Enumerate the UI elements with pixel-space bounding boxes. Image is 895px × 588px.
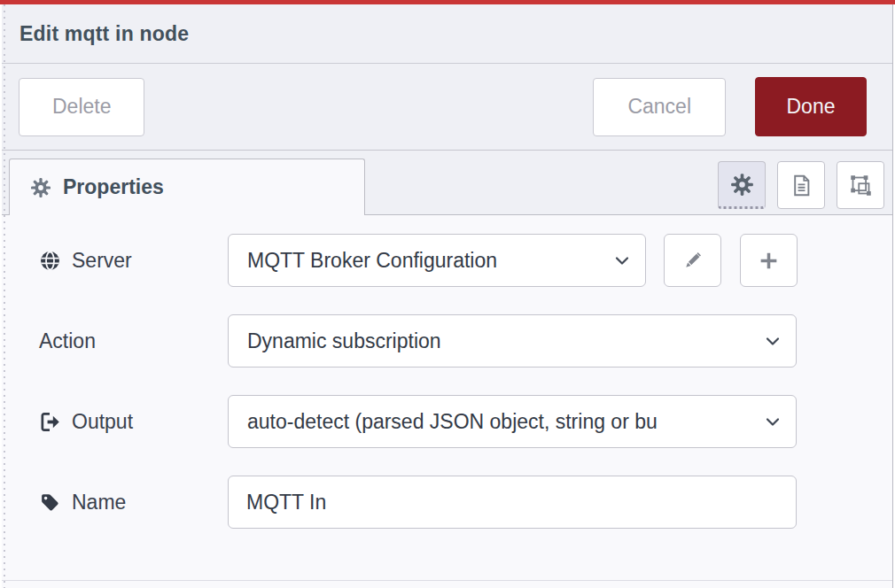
chevron-down-icon <box>762 330 783 352</box>
tray-resize-handle[interactable] <box>2 4 6 588</box>
document-icon <box>790 174 813 197</box>
done-button[interactable]: Done <box>755 77 867 136</box>
footer-divider <box>2 580 892 581</box>
gear-icon <box>30 177 51 198</box>
tab-action-buttons <box>718 161 884 209</box>
appearance-icon <box>849 174 873 197</box>
sign-out-icon <box>39 411 61 433</box>
chevron-down-icon <box>611 250 633 271</box>
output-select[interactable]: auto-detect (parsed JSON object, string … <box>228 395 797 448</box>
edit-mqtt-in-node-dialog: Edit mqtt in node Delete Cancel Done <box>2 4 893 588</box>
output-row: Output auto-detect (parsed JSON object, … <box>39 395 892 448</box>
action-select[interactable]: Dynamic subscription <box>228 314 797 368</box>
dialog-header: Edit mqtt in node <box>2 4 892 64</box>
edit-server-config-button[interactable] <box>664 234 721 287</box>
tab-properties[interactable]: Properties <box>9 159 365 215</box>
tab-properties-label: Properties <box>63 175 164 199</box>
appearance-tab-button[interactable] <box>837 161 884 209</box>
properties-settings-tab-button[interactable] <box>718 161 766 209</box>
top-accent-bar <box>0 0 895 4</box>
tag-icon <box>39 491 61 514</box>
output-label: Output <box>39 410 228 434</box>
globe-icon <box>39 250 61 272</box>
description-tab-button[interactable] <box>777 161 825 209</box>
delete-button[interactable]: Delete <box>19 78 144 136</box>
chevron-down-icon <box>762 411 783 432</box>
plus-icon <box>758 250 780 272</box>
page-title: Edit mqtt in node <box>19 22 189 46</box>
add-server-config-button[interactable] <box>740 234 798 287</box>
server-label: Server <box>39 249 228 273</box>
properties-form: Server MQTT Broker Configuration <box>2 215 892 529</box>
name-input[interactable] <box>228 476 797 529</box>
name-label: Name <box>39 491 228 514</box>
name-row: Name <box>39 476 892 529</box>
cancel-button[interactable]: Cancel <box>593 78 726 136</box>
gear-icon <box>730 173 754 197</box>
editor-tab-bar: Properties <box>2 151 892 215</box>
action-label: Action <box>39 329 228 353</box>
dialog-toolbar: Delete Cancel Done <box>2 64 892 151</box>
server-select[interactable]: MQTT Broker Configuration <box>228 234 646 287</box>
server-row: Server MQTT Broker Configuration <box>39 234 892 287</box>
pencil-icon <box>681 250 704 272</box>
action-row: Action Dynamic subscription <box>39 314 892 368</box>
